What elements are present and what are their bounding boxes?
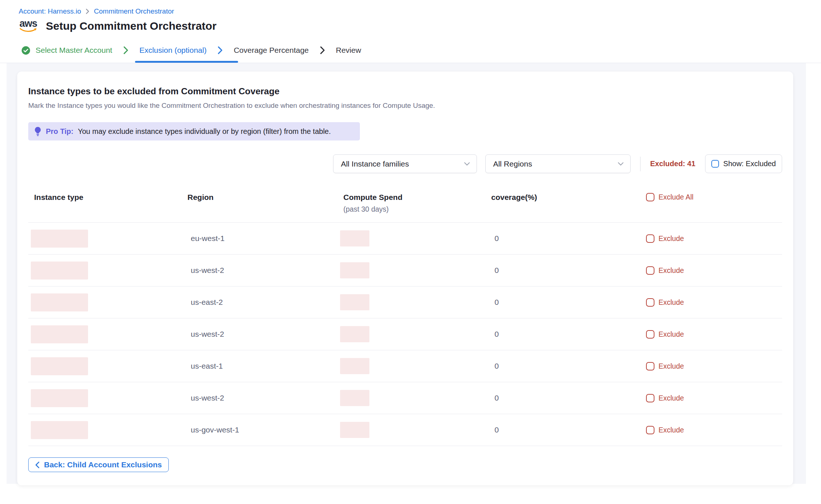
exclude-control[interactable]: Exclude: [646, 234, 782, 243]
section-subtitle: Mark the Instance types you would like t…: [28, 102, 782, 110]
exclude-label: Exclude: [658, 426, 684, 434]
section-title: Instance types to be excluded from Commi…: [28, 86, 782, 96]
chevron-down-icon: [464, 162, 470, 166]
step-label: Exclusion (optional): [139, 46, 207, 55]
column-header-coverage: coverage(%): [491, 193, 646, 202]
redacted-compute-spend: [340, 230, 369, 246]
exclusion-panel: Instance types to be excluded from Commi…: [17, 72, 793, 485]
show-excluded-toggle[interactable]: Show: Excluded: [705, 154, 782, 173]
aws-logo-text: aws: [19, 19, 37, 28]
exclude-control[interactable]: Exclude: [646, 394, 782, 402]
filter-row: All Instance families All Regions Exclud…: [28, 154, 782, 173]
redacted-instance-type: [31, 293, 88, 311]
region-cell: us-east-2: [187, 298, 340, 307]
aws-smile-swoosh-icon: [19, 28, 37, 33]
exclude-checkbox[interactable]: [646, 266, 654, 275]
top-header: Account: Harness.io Commitment Orchestra…: [0, 0, 821, 38]
step-select-master-account[interactable]: Select Master Account: [21, 38, 112, 63]
exclusion-table: Instance type Region Compute Spend (past…: [28, 193, 782, 446]
table-row: eu-west-1 0 Exclude: [28, 223, 782, 255]
compute-spend-title: Compute Spend: [343, 193, 491, 202]
redacted-instance-type: [31, 262, 88, 280]
table-row: us-east-1 0 Exclude: [28, 350, 782, 382]
exclude-label: Exclude: [658, 362, 684, 370]
vertical-divider: [640, 157, 641, 171]
exclude-checkbox[interactable]: [646, 362, 654, 370]
coverage-cell: 0: [491, 362, 646, 370]
column-header-region: Region: [187, 193, 340, 202]
breadcrumb: Account: Harness.io Commitment Orchestra…: [19, 7, 821, 15]
exclude-checkbox[interactable]: [646, 298, 654, 307]
column-header-compute-spend: Compute Spend (past 30 days): [340, 193, 491, 213]
regions-select[interactable]: All Regions: [485, 154, 631, 173]
chevron-left-icon: [35, 461, 40, 468]
lightbulb-icon: [34, 127, 41, 136]
aws-logo: aws: [19, 19, 38, 33]
region-cell: us-east-1: [187, 362, 340, 370]
table-header-row: Instance type Region Compute Spend (past…: [28, 193, 782, 223]
chevron-right-icon: [85, 8, 90, 14]
show-excluded-checkbox[interactable]: [711, 160, 719, 168]
exclude-checkbox[interactable]: [646, 330, 654, 339]
show-excluded-label: Show: Excluded: [723, 160, 776, 168]
coverage-cell: 0: [491, 426, 646, 434]
table-row: us-west-2 0 Exclude: [28, 318, 782, 350]
coverage-cell: 0: [491, 298, 646, 307]
redacted-compute-spend: [340, 326, 369, 342]
exclude-control[interactable]: Exclude: [646, 426, 782, 434]
exclude-control[interactable]: Exclude: [646, 298, 782, 307]
chevron-down-icon: [618, 162, 624, 166]
pro-tip-banner: Pro Tip: You may exclude instance types …: [28, 122, 360, 140]
content-area: Instance types to be excluded from Commi…: [7, 63, 806, 484]
redacted-compute-spend: [340, 262, 369, 278]
region-cell: us-west-2: [187, 330, 340, 339]
exclude-all-control[interactable]: Exclude All: [646, 193, 782, 201]
page-title: Setup Commitment Orchestrator: [46, 20, 216, 32]
exclude-checkbox[interactable]: [646, 234, 654, 243]
step-review[interactable]: Review: [336, 38, 361, 63]
exclude-control[interactable]: Exclude: [646, 330, 782, 339]
pro-tip-text: You may exclude instance types individua…: [78, 127, 331, 136]
redacted-instance-type: [31, 230, 88, 248]
coverage-cell: 0: [491, 234, 646, 243]
exclude-control[interactable]: Exclude: [646, 362, 782, 370]
region-cell: eu-west-1: [187, 234, 340, 243]
breadcrumb-account-link[interactable]: Account: Harness.io: [19, 7, 81, 15]
redacted-instance-type: [31, 389, 88, 407]
region-cell: us-west-2: [187, 266, 340, 275]
step-label: Select Master Account: [36, 46, 112, 55]
chevron-right-icon: [123, 46, 128, 54]
coverage-cell: 0: [491, 394, 646, 402]
table-row: us-west-2 0 Exclude: [28, 382, 782, 414]
coverage-cell: 0: [491, 266, 646, 275]
exclude-control[interactable]: Exclude: [646, 266, 782, 275]
exclude-checkbox[interactable]: [646, 426, 654, 434]
coverage-cell: 0: [491, 330, 646, 339]
redacted-compute-spend: [340, 422, 369, 438]
step-label: Review: [336, 46, 361, 55]
back-button[interactable]: Back: Child Account Exclusions: [28, 457, 169, 472]
redacted-instance-type: [31, 325, 88, 343]
step-label: Coverage Percentage: [234, 46, 309, 55]
exclude-label: Exclude: [658, 298, 684, 307]
instance-families-select[interactable]: All Instance families: [333, 154, 477, 173]
step-coverage-percentage[interactable]: Coverage Percentage: [234, 38, 309, 63]
back-button-label: Back: Child Account Exclusions: [44, 460, 162, 469]
exclude-label: Exclude: [658, 266, 684, 275]
exclude-label: Exclude: [658, 330, 684, 339]
table-row: us-east-2 0 Exclude: [28, 286, 782, 318]
table-row: us-west-2 0 Exclude: [28, 255, 782, 286]
step-exclusion[interactable]: Exclusion (optional): [139, 38, 207, 63]
exclude-all-checkbox[interactable]: [646, 193, 654, 201]
exclude-checkbox[interactable]: [646, 394, 654, 402]
redacted-compute-spend: [340, 294, 369, 310]
compute-spend-subtitle: (past 30 days): [343, 205, 491, 213]
exclude-label: Exclude: [658, 394, 684, 402]
region-cell: us-west-2: [187, 394, 340, 402]
redacted-instance-type: [31, 357, 88, 375]
breadcrumb-page-link[interactable]: Commitment Orchestrator: [94, 7, 174, 15]
selected-value: All Instance families: [341, 160, 409, 168]
excluded-count-badge: Excluded: 41: [650, 160, 695, 168]
column-header-instance-type: Instance type: [28, 193, 187, 202]
exclude-label: Exclude: [658, 234, 684, 243]
